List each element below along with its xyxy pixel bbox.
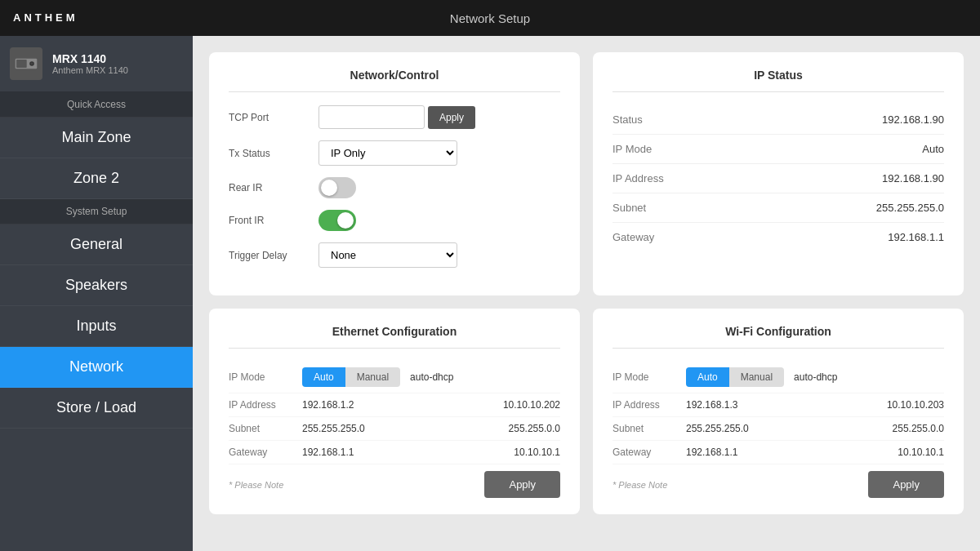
network-control-card: Network/Control TCP Port 14999 Apply Tx … [209,52,580,295]
ip-status-row-address: IP Address 192.168.1.90 [612,164,944,193]
sidebar-item-general[interactable]: General [0,224,193,265]
tcp-port-input[interactable]: 14999 [318,105,425,129]
tcp-apply-button[interactable]: Apply [428,106,475,129]
svg-rect-2 [16,60,27,68]
rear-ir-row: Rear IR [229,177,560,198]
rear-ir-toggle[interactable] [318,177,356,198]
sidebar-item-system-setup[interactable]: System Setup [0,199,193,224]
ip-status-label-4: Gateway [612,231,710,243]
eth-bottom-row: * Please Note Apply [229,471,560,498]
wifi-manual-btn[interactable]: Manual [729,367,784,387]
ip-status-value-3: 255.255.255.0 [876,202,944,214]
trigger-delay-row: Trigger Delay None 100ms 200ms 500ms [229,242,560,268]
wifi-ip-address-val2: 10.10.10.203 [887,399,944,411]
trigger-delay-label: Trigger Delay [229,250,310,261]
wifi-gateway-row: Gateway 192.168.1.1 10.10.10.1 [612,441,944,464]
wifi-please-note: * Please Note [612,480,667,490]
eth-ip-mode-btngroup: Auto Manual [302,367,400,387]
tx-status-control: IP Only RS232 Only Both [318,140,560,166]
ip-status-title: IP Status [612,69,944,92]
ip-status-value-4: 192.168.1.1 [888,231,944,243]
ip-status-row-subnet: Subnet 255.255.255.0 [612,193,944,223]
front-ir-row: Front IR [229,210,560,231]
eth-please-note: * Please Note [229,480,283,490]
eth-ip-address-row: IP Address 192.168.1.2 10.10.10.202 [229,393,560,417]
top-bar: ANTHEM Network Setup [0,0,980,36]
eth-ip-address-val1: 192.168.1.2 [302,399,354,411]
ip-status-row-mode: IP Mode Auto [612,135,944,164]
tcp-port-label: TCP Port [229,112,310,123]
eth-gateway-val1: 192.168.1.1 [302,447,354,458]
ip-status-value-0: 192.168.1.90 [882,113,944,126]
wifi-auto-btn[interactable]: Auto [686,367,729,387]
page-title: Network Setup [450,11,530,25]
eth-subnet-val2: 255.255.0.0 [509,423,560,434]
eth-ip-mode-label: IP Mode [229,371,302,383]
sidebar-item-quick-access[interactable]: Quick Access [0,92,193,118]
front-ir-toggle[interactable] [318,210,356,231]
rear-ir-label: Rear IR [229,182,310,193]
eth-manual-btn[interactable]: Manual [345,367,400,387]
ip-status-value-2: 192.168.1.90 [882,172,944,184]
ip-status-row-status: Status 192.168.1.90 [612,105,944,135]
eth-ip-address-val2: 10.10.10.202 [503,399,560,411]
ip-status-value-1: Auto [922,143,944,155]
trigger-delay-select[interactable]: None 100ms 200ms 500ms [318,242,457,268]
trigger-delay-control: None 100ms 200ms 500ms [318,242,560,268]
sidebar-item-speakers[interactable]: Speakers [0,265,193,306]
sidebar-item-network[interactable]: Network [0,347,193,388]
wifi-subnet-val2: 255.255.0.0 [893,423,944,434]
wifi-config-title: Wi-Fi Configuration [612,325,944,349]
eth-subnet-label: Subnet [229,423,302,434]
front-ir-label: Front IR [229,215,310,226]
eth-gateway-row: Gateway 192.168.1.1 10.10.10.1 [229,441,560,464]
wifi-ip-address-label: IP Address [612,399,686,411]
logo-text: ANTHEM [13,9,87,28]
sidebar-item-store-load[interactable]: Store / Load [0,388,193,429]
eth-apply-button[interactable]: Apply [484,471,560,498]
svg-point-4 [31,63,33,65]
wifi-apply-button[interactable]: Apply [868,471,944,498]
sidebar: MRX 1140 Anthem MRX 1140 Quick Access Ma… [0,36,193,551]
ip-status-row-gateway: Gateway 192.168.1.1 [612,223,944,251]
eth-ip-mode-row: IP Mode Auto Manual auto-dhcp [229,362,560,393]
wifi-ip-mode-value: auto-dhcp [794,371,837,383]
front-ir-thumb [337,212,354,229]
wifi-ip-mode-row: IP Mode Auto Manual auto-dhcp [612,362,944,393]
sidebar-item-inputs[interactable]: Inputs [0,306,193,347]
bottom-cards-row: Ethernet Configuration IP Mode Auto Manu… [209,309,964,514]
wifi-gateway-label: Gateway [612,447,686,458]
wifi-subnet-val1: 255.255.255.0 [686,423,749,434]
top-cards-row: Network/Control TCP Port 14999 Apply Tx … [209,52,964,295]
content-area: Network/Control TCP Port 14999 Apply Tx … [193,36,980,551]
svg-text:ANTHEM: ANTHEM [13,11,78,24]
tcp-port-row: TCP Port 14999 Apply [229,105,560,129]
wifi-ip-address-row: IP Address 192.168.1.3 10.10.10.203 [612,393,944,417]
tx-status-select[interactable]: IP Only RS232 Only Both [318,140,457,166]
anthem-logo: ANTHEM [13,9,87,28]
wifi-subnet-row: Subnet 255.255.255.0 255.255.0.0 [612,417,944,441]
eth-gateway-label: Gateway [229,447,302,458]
device-info: MRX 1140 Anthem MRX 1140 [52,52,128,75]
eth-ip-mode-value: auto-dhcp [410,371,453,383]
tx-status-row: Tx Status IP Only RS232 Only Both [229,140,560,166]
front-ir-control [318,210,560,231]
device-icon [10,47,42,80]
wifi-gateway-val2: 10.10.10.1 [898,447,944,458]
tx-status-label: Tx Status [229,148,310,159]
ip-status-label-2: IP Address [612,172,710,184]
sidebar-item-zone-2[interactable]: Zone 2 [0,158,193,199]
ip-status-label-3: Subnet [612,202,710,214]
ethernet-config-card: Ethernet Configuration IP Mode Auto Manu… [209,309,580,514]
eth-auto-btn[interactable]: Auto [302,367,345,387]
sidebar-item-main-zone[interactable]: Main Zone [0,118,193,158]
rear-ir-thumb [321,180,337,196]
ip-status-label-0: Status [612,113,710,126]
ip-status-label-1: IP Mode [612,143,710,155]
eth-subnet-val1: 255.255.255.0 [302,423,365,434]
wifi-ip-mode-btngroup: Auto Manual [686,367,784,387]
main-layout: MRX 1140 Anthem MRX 1140 Quick Access Ma… [0,36,980,551]
device-model: Anthem MRX 1140 [52,65,128,75]
wifi-ip-address-val1: 192.168.1.3 [686,399,737,411]
wifi-ip-mode-label: IP Mode [612,371,686,383]
